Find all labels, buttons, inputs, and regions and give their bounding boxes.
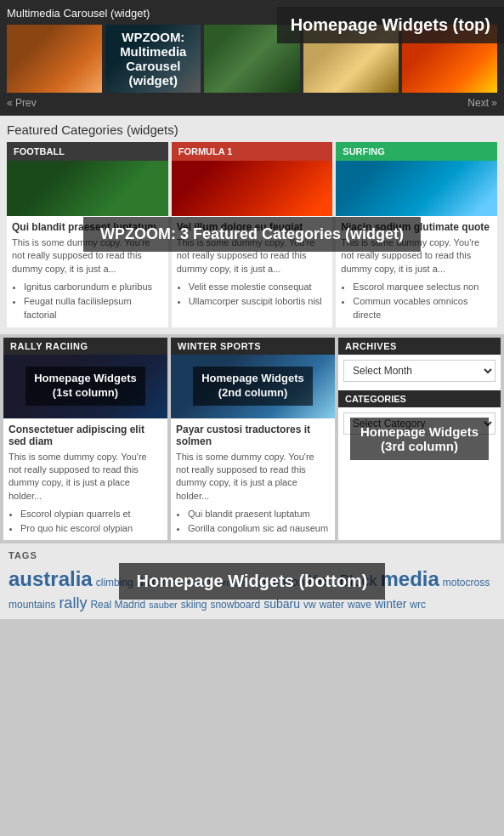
feat-cat-football-img (7, 161, 168, 216)
feat-cat-surfing: SURFING Niacin sodium glutimate quote Th… (336, 142, 497, 327)
carousel-nav: « Prev Next » (7, 97, 497, 109)
list-item: Pro quo hic escorol olypian (20, 521, 162, 536)
carousel-image-2: WPZOOM: Multimedia Carousel (widget) (105, 25, 201, 93)
feat-cat-football-header: FOOTBALL (7, 142, 168, 161)
featured-cats-section: Featured Categories (widgets) FOOTBALL Q… (0, 116, 504, 334)
feat-cat-football-desc: This is some dummy copy. You're not real… (12, 236, 163, 276)
tag-winter[interactable]: winter (375, 597, 406, 611)
tag-subaru[interactable]: subaru (263, 597, 300, 611)
feat-cat-football-list: Ignitus carborundum e pluribus Feugat nu… (12, 280, 163, 322)
feat-cat-formula1-list: Velit esse molestie consequat Ullamcorpe… (177, 280, 328, 308)
list-item: Escorol olypian quarrels et (20, 507, 162, 521)
carousel-image-1 (7, 25, 102, 93)
tag-rally[interactable]: rally (59, 594, 87, 612)
widget-col-rally: RALLY RACIING Homepage Widgets(1st colum… (3, 338, 167, 541)
feat-cat-formula1-img (172, 161, 333, 216)
categories-widget-header: CATEGORIES (338, 390, 501, 407)
homepage-widgets-top-label: Homepage Widgets (top) (277, 7, 504, 43)
tag-snowboard[interactable]: snowboard (210, 599, 260, 611)
widget-col-rally-img: Homepage Widgets(1st column) (3, 355, 167, 418)
widget-col-rally-header: RALLY RACIING (3, 338, 167, 355)
tag-australia[interactable]: australia (8, 567, 93, 591)
list-item: Ignitus carborundum e pluribus (24, 280, 163, 294)
tag-skiing[interactable]: skiing (181, 599, 207, 611)
feat-cat-surfing-list: Escorol marquee selectus non Commun voca… (341, 280, 492, 322)
widget-col-winter-img-label: Homepage Widgets(2nd column) (193, 367, 313, 406)
feat-cat-formula1-title: Vel illum dolore eu feugiat (177, 221, 328, 233)
feat-cat-football: FOOTBALL Qui blandit praesent luptatum T… (7, 142, 168, 327)
widget-col-winter-header: WINTER SPORTS (171, 338, 335, 355)
tag-hamilton[interactable]: Hamilton (258, 575, 304, 589)
widget-col-rally-desc: This is some dummy copy. You're not real… (8, 451, 162, 503)
feat-cat-surfing-body: Niacin sodium glutimate quote This is so… (336, 216, 497, 327)
tag-mountains[interactable]: mountains (8, 599, 55, 611)
tag-wave[interactable]: wave (348, 599, 371, 611)
tag-kenblock[interactable]: Ken Block (308, 572, 377, 590)
widget-col-rally-list: Escorol olypian quarrels et Pro quo hic … (8, 507, 162, 535)
tags-section: TAGS australia climbing dakar Formula 1 … (0, 543, 504, 619)
tag-media[interactable]: media (380, 567, 439, 591)
widget-col-winter: WINTER SPORTS Homepage Widgets(2nd colum… (171, 338, 335, 541)
tag-dakar[interactable]: dakar (137, 575, 167, 589)
carousel-next[interactable]: Next » (467, 97, 497, 109)
featured-cats-grid: FOOTBALL Qui blandit praesent luptatum T… (7, 142, 497, 327)
carousel-overlay: WPZOOM: Multimedia Carousel (widget) (105, 25, 201, 93)
widgets-row-wrapper: RALLY RACIING Homepage Widgets(1st colum… (0, 334, 504, 544)
feat-cat-football-title: Qui blandit praesent luptatum (12, 221, 163, 233)
list-item: Escorol marquee selectus non (353, 280, 492, 294)
categories-select[interactable]: Select Category (343, 412, 496, 435)
widget-col-winter-body: Payar custosi traductores it solmen This… (171, 418, 335, 541)
tag-vw[interactable]: vw (303, 599, 316, 611)
tag-motocross[interactable]: motocross (443, 577, 490, 589)
feat-cat-surfing-header: SURFING (336, 142, 497, 161)
feat-cat-surfing-img (336, 161, 497, 216)
list-item: Feugat nulla facilislepsum factorial (24, 294, 163, 322)
list-item: Velit esse molestie consequat (189, 280, 328, 294)
featured-cats-title: Featured Categories (widgets) (7, 122, 497, 137)
feat-cat-football-body: Qui blandit praesent luptatum This is so… (7, 216, 168, 327)
widget-col-rally-img-label: Homepage Widgets(1st column) (25, 367, 145, 406)
widget-col-winter-title: Payar custosi traductores it solmen (176, 424, 330, 447)
tags-header: TAGS (8, 550, 496, 560)
tag-water[interactable]: water (320, 599, 344, 611)
list-item: Ullamcorper suscipit lobortis nisl (189, 294, 328, 309)
list-item: Gorilla congolium sic ad nauseum (188, 521, 330, 536)
archives-select[interactable]: Select Month (343, 360, 496, 382)
feat-cat-surfing-desc: This is some dummy copy. You're not real… (341, 236, 492, 276)
list-item: Qui blandit praesent luptatum (188, 507, 330, 521)
widget-col-archives: ARCHIVES Select Month CATEGORIES Select … (338, 338, 501, 541)
widget-col-winter-desc: This is some dummy copy. You're not real… (176, 451, 330, 503)
tag-formula1b[interactable]: formula 1 (215, 577, 254, 588)
tag-wrc[interactable]: wrc (410, 599, 426, 611)
feat-cat-formula1-body: Vel illum dolore eu feugiat This is some… (172, 216, 333, 313)
featured-cats-grid-wrapper: FOOTBALL Qui blandit praesent luptatum T… (7, 142, 497, 327)
widget-archives-body: Select Month CATEGORIES Select Category (338, 355, 501, 448)
list-item: Commun vocables omnicos directe (353, 294, 492, 322)
widget-col-rally-title: Consectetuer adipiscing elit sed diam (8, 424, 162, 447)
widget-col-archives-header: ARCHIVES (338, 338, 501, 355)
feat-cat-formula1-desc: This is some dummy copy. You're not real… (177, 236, 328, 276)
carousel-prev[interactable]: « Prev (7, 97, 37, 109)
carousel-section: Homepage Widgets (top) Multimedia Carous… (0, 0, 504, 116)
tag-formula1a[interactable]: Formula 1 (170, 577, 212, 588)
widget-col-winter-list: Qui blandit praesent luptatum Gorilla co… (176, 507, 330, 535)
tags-list: australia climbing dakar Formula 1 formu… (8, 567, 496, 612)
feat-cat-formula1-header: FORMULA 1 (172, 142, 333, 161)
widget-col-rally-body: Consectetuer adipiscing elit sed diam Th… (3, 418, 167, 541)
tag-realmadrid[interactable]: Real Madrid (90, 599, 145, 611)
tag-sauber[interactable]: sauber (149, 600, 178, 610)
feat-cat-formula1: FORMULA 1 Vel illum dolore eu feugiat Th… (172, 142, 333, 327)
widgets-row: RALLY RACIING Homepage Widgets(1st colum… (0, 338, 504, 541)
tag-climbing[interactable]: climbing (96, 577, 133, 589)
widget-col-winter-img: Homepage Widgets(2nd column) (171, 355, 335, 418)
feat-cat-surfing-title: Niacin sodium glutimate quote (341, 221, 492, 233)
